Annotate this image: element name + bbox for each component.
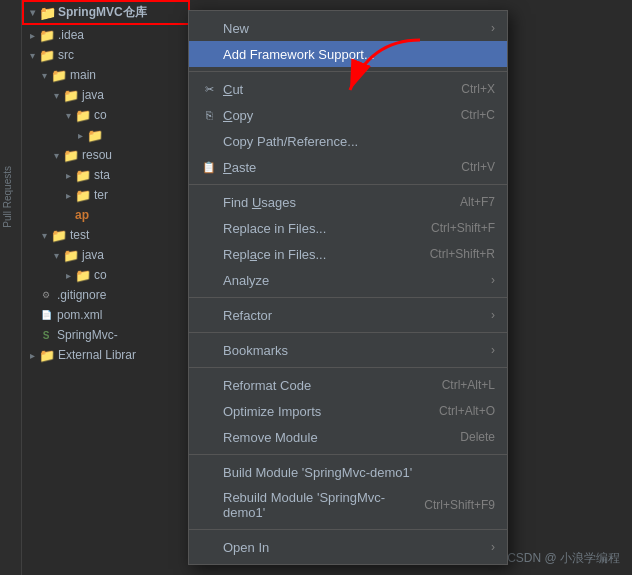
menu-find-usages[interactable]: Find Usages Alt+F7 xyxy=(189,189,507,215)
menu-copy-path[interactable]: Copy Path/Reference... xyxy=(189,128,507,154)
menu-copy-label: Copy xyxy=(223,108,253,123)
add-framework-icon xyxy=(201,46,217,62)
file-tree-panel: 📁 SpringMVC仓库 📁 .idea 📁 src 📁 main 📁 jav… xyxy=(22,0,190,575)
watermark: CSDN @ 小浪学编程 xyxy=(507,550,620,567)
menu-rebuild-module[interactable]: Rebuild Module 'SpringMvc-demo1' Ctrl+Sh… xyxy=(189,485,507,525)
main-folder-icon: 📁 xyxy=(51,67,67,83)
reformat-icon xyxy=(201,377,217,393)
external-item[interactable]: 📁 External Librar xyxy=(22,345,190,365)
project-folder-icon: 📁 xyxy=(39,5,55,21)
springmvc-file-icon: S xyxy=(38,327,54,343)
find-files-shortcut: Ctrl+Shift+F xyxy=(431,221,495,235)
src-item[interactable]: 📁 src xyxy=(22,45,190,65)
sta-item[interactable]: 📁 sta xyxy=(22,165,190,185)
side-tabs-panel: Pull Requests xyxy=(0,0,22,575)
test-chevron xyxy=(38,229,50,241)
menu-analyze[interactable]: Analyze › xyxy=(189,267,507,293)
menu-reformat-label: Reformat Code xyxy=(223,378,311,393)
copy-shortcut: Ctrl+C xyxy=(461,108,495,122)
open-in-arrow: › xyxy=(491,540,495,554)
analyze-arrow: › xyxy=(491,273,495,287)
analyze-icon xyxy=(201,272,217,288)
menu-bookmarks[interactable]: Bookmarks › xyxy=(189,337,507,363)
menu-replace-files[interactable]: Replace in Files... Ctrl+Shift+R xyxy=(189,241,507,267)
idea-item[interactable]: 📁 .idea xyxy=(22,25,190,45)
java-label: java xyxy=(82,88,104,102)
cut-shortcut: Ctrl+X xyxy=(461,82,495,96)
menu-remove-module-label: Remove Module xyxy=(223,430,318,445)
rebuild-module-shortcut: Ctrl+Shift+F9 xyxy=(424,498,495,512)
java-item[interactable]: 📁 java xyxy=(22,85,190,105)
open-in-icon xyxy=(201,539,217,555)
springmvc-item[interactable]: S SpringMvc- xyxy=(22,325,190,345)
src-label: src xyxy=(58,48,74,62)
replace-files-icon xyxy=(201,246,217,262)
java2-item[interactable]: 📁 java xyxy=(22,245,190,265)
ap-item[interactable]: ap xyxy=(22,205,190,225)
test-item[interactable]: 📁 test xyxy=(22,225,190,245)
menu-paste-label: Paste xyxy=(223,160,256,175)
new-arrow: › xyxy=(491,21,495,35)
copy-icon: ⎘ xyxy=(201,107,217,123)
separator-3 xyxy=(189,297,507,298)
co-sub-item[interactable]: 📁 xyxy=(22,125,190,145)
pom-label: pom.xml xyxy=(57,308,102,322)
pom-item[interactable]: 📄 pom.xml xyxy=(22,305,190,325)
gitignore-item[interactable]: ⚙ .gitignore xyxy=(22,285,190,305)
test-folder-icon: 📁 xyxy=(51,227,67,243)
menu-paste[interactable]: 📋 Paste Ctrl+V xyxy=(189,154,507,180)
resou-item[interactable]: 📁 resou xyxy=(22,145,190,165)
cut-icon: ✂ xyxy=(201,81,217,97)
java2-folder-icon: 📁 xyxy=(63,247,79,263)
java2-chevron xyxy=(50,249,62,261)
co2-folder-icon: 📁 xyxy=(75,267,91,283)
project-chevron xyxy=(26,7,38,19)
idea-chevron xyxy=(26,29,38,41)
menu-optimize[interactable]: Optimize Imports Ctrl+Alt+O xyxy=(189,398,507,424)
menu-bookmarks-label: Bookmarks xyxy=(223,343,288,358)
menu-build-module-label: Build Module 'SpringMvc-demo1' xyxy=(223,465,412,480)
menu-remove-module[interactable]: Remove Module Delete xyxy=(189,424,507,450)
red-arrow-annotation xyxy=(340,35,430,118)
menu-find-files[interactable]: Replace in Files... Ctrl+Shift+F xyxy=(189,215,507,241)
co2-label: co xyxy=(94,268,107,282)
external-chevron xyxy=(26,349,38,361)
menu-rebuild-module-label: Rebuild Module 'SpringMvc-demo1' xyxy=(223,490,424,520)
menu-replace-files-label: Replace in Files... xyxy=(223,247,326,262)
gitignore-label: .gitignore xyxy=(57,288,106,302)
ter-label: ter xyxy=(94,188,108,202)
menu-open-in[interactable]: Open In › xyxy=(189,534,507,560)
resou-chevron xyxy=(50,149,62,161)
menu-open-in-label: Open In xyxy=(223,540,269,555)
refactor-arrow: › xyxy=(491,308,495,322)
watermark-text: CSDN @ 小浪学编程 xyxy=(507,551,620,565)
menu-optimize-label: Optimize Imports xyxy=(223,404,321,419)
copy-path-icon xyxy=(201,133,217,149)
co2-item[interactable]: 📁 co xyxy=(22,265,190,285)
paste-icon: 📋 xyxy=(201,159,217,175)
find-usages-shortcut: Alt+F7 xyxy=(460,195,495,209)
resou-label: resou xyxy=(82,148,112,162)
co-sub-chevron xyxy=(74,129,86,141)
ter-folder-icon: 📁 xyxy=(75,187,91,203)
separator-5 xyxy=(189,367,507,368)
separator-2 xyxy=(189,184,507,185)
bookmarks-arrow: › xyxy=(491,343,495,357)
replace-files-shortcut: Ctrl+Shift+R xyxy=(430,247,495,261)
separator-6 xyxy=(189,454,507,455)
menu-refactor[interactable]: Refactor › xyxy=(189,302,507,328)
project-root-item[interactable]: 📁 SpringMVC仓库 xyxy=(22,0,190,25)
menu-reformat[interactable]: Reformat Code Ctrl+Alt+L xyxy=(189,372,507,398)
optimize-icon xyxy=(201,403,217,419)
co-item[interactable]: 📁 co xyxy=(22,105,190,125)
resou-folder-icon: 📁 xyxy=(63,147,79,163)
menu-analyze-label: Analyze xyxy=(223,273,269,288)
menu-copy-path-label: Copy Path/Reference... xyxy=(223,134,358,149)
build-module-icon xyxy=(201,464,217,480)
ter-item[interactable]: 📁 ter xyxy=(22,185,190,205)
src-folder-icon: 📁 xyxy=(39,47,55,63)
pull-requests-tab[interactable]: Pull Requests xyxy=(0,160,22,234)
separator-4 xyxy=(189,332,507,333)
main-item[interactable]: 📁 main xyxy=(22,65,190,85)
menu-build-module[interactable]: Build Module 'SpringMvc-demo1' xyxy=(189,459,507,485)
